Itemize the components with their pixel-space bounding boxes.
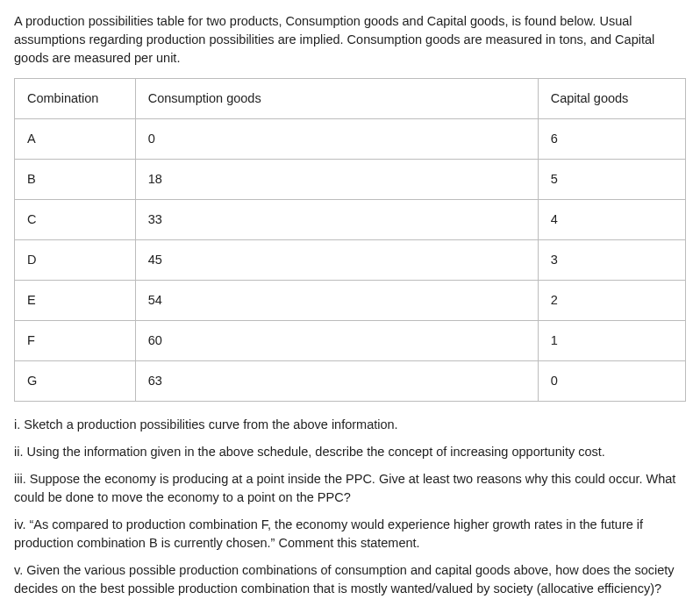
cell-cap: 5 — [538, 160, 685, 200]
question-ii: ii. Using the information given in the a… — [14, 443, 686, 461]
cell-cons: 0 — [135, 119, 538, 160]
cell-cap: 0 — [538, 361, 685, 402]
cell-combo: E — [15, 281, 136, 321]
question-iii: iii. Suppose the economy is producing at… — [14, 470, 686, 507]
cell-cons: 33 — [135, 200, 538, 240]
table-row: E 54 2 — [15, 281, 686, 321]
table-row: G 63 0 — [15, 361, 686, 402]
table-row: A 0 6 — [15, 119, 686, 160]
cell-combo: A — [15, 119, 136, 160]
header-combination: Combination — [15, 79, 136, 119]
ppc-table: Combination Consumption goods Capital go… — [14, 78, 686, 402]
cell-combo: B — [15, 160, 136, 200]
cell-cap: 4 — [538, 200, 685, 240]
cell-combo: G — [15, 361, 136, 402]
cell-cons: 60 — [135, 321, 538, 361]
cell-cons: 63 — [135, 361, 538, 402]
question-i: i. Sketch a production possibilities cur… — [14, 416, 686, 434]
header-consumption: Consumption goods — [135, 79, 538, 119]
table-row: D 45 3 — [15, 240, 686, 281]
header-capital: Capital goods — [538, 79, 685, 119]
cell-combo: D — [15, 240, 136, 281]
cell-cap: 1 — [538, 321, 685, 361]
cell-combo: C — [15, 200, 136, 240]
table-row: B 18 5 — [15, 160, 686, 200]
cell-cap: 3 — [538, 240, 685, 281]
question-v: v. Given the various possible production… — [14, 561, 686, 598]
cell-cap: 6 — [538, 119, 685, 160]
table-row: C 33 4 — [15, 200, 686, 240]
table-row: F 60 1 — [15, 321, 686, 361]
intro-text: A production possibilities table for two… — [14, 12, 686, 68]
question-iv: iv. “As compared to production combinati… — [14, 516, 686, 553]
cell-combo: F — [15, 321, 136, 361]
cell-cons: 45 — [135, 240, 538, 281]
cell-cons: 54 — [135, 281, 538, 321]
cell-cons: 18 — [135, 160, 538, 200]
cell-cap: 2 — [538, 281, 685, 321]
